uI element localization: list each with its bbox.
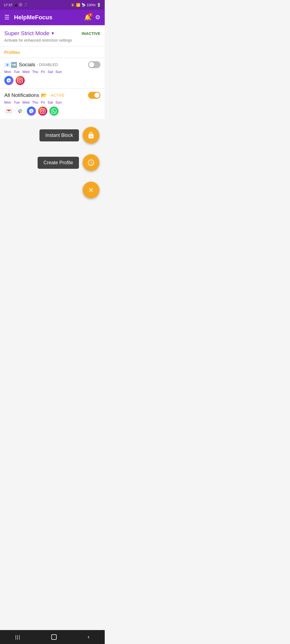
create-profile-button[interactable] bbox=[83, 154, 99, 171]
profile-row-socials: 📧➡️ Socials - DISABLED bbox=[4, 61, 100, 68]
socials-name-text: Socials bbox=[19, 62, 35, 68]
socials-status: - DISABLED bbox=[37, 63, 58, 67]
instagram-app-icon-allnotif bbox=[38, 107, 47, 116]
all-notifications-toggle-knob bbox=[94, 93, 100, 98]
battery-text: 100% bbox=[87, 3, 96, 7]
close-fab-button[interactable] bbox=[83, 182, 99, 198]
day-sat-allnotif: Sat bbox=[48, 100, 53, 104]
profile-name-all-notifications: All Notifications 📂 - ACTIVE bbox=[4, 92, 64, 98]
menu-icon[interactable]: ☰ bbox=[4, 14, 10, 21]
lock-icon bbox=[87, 131, 95, 139]
super-strict-title-text: Super Strict Mode bbox=[4, 30, 49, 36]
profile-row-all-notifications: All Notifications 📂 - ACTIVE bbox=[4, 92, 100, 99]
all-notifications-toggle[interactable] bbox=[88, 92, 100, 99]
day-wed-socials: Wed bbox=[22, 70, 30, 74]
all-notifications-emoji-icon: 📂 bbox=[41, 92, 47, 98]
instant-block-button[interactable] bbox=[83, 127, 99, 144]
settings-icon[interactable]: ⚙ bbox=[95, 14, 100, 21]
day-tue-socials: Tue bbox=[14, 70, 20, 74]
clock-icon bbox=[87, 159, 95, 166]
profiles-label: Profiles bbox=[0, 50, 105, 58]
slack-app-icon bbox=[16, 107, 25, 116]
day-wed-allnotif: Wed bbox=[22, 100, 30, 104]
super-strict-header: Super Strict Mode ▾ INACTIVE bbox=[4, 30, 100, 36]
day-mon-allnotif: Mon bbox=[4, 100, 11, 104]
create-profile-row: Create Profile bbox=[0, 149, 105, 176]
day-thu-socials: Thu bbox=[32, 70, 38, 74]
socials-days: Mon Tue Wed Thu Fri Sat Sun bbox=[4, 70, 100, 74]
fab-area: Instant Block Create Profile bbox=[0, 119, 105, 204]
day-sun-socials: Sun bbox=[56, 70, 62, 74]
socials-emoji-icon: 📧➡️ bbox=[4, 62, 17, 68]
instant-block-label: Instant Block bbox=[39, 129, 79, 141]
status-time: 17:37 bbox=[4, 3, 13, 7]
super-strict-description: Activate for enhanced restriction settin… bbox=[4, 38, 100, 42]
profiles-section: Profiles 📧➡️ Socials - DISABLED Mon Tue … bbox=[0, 46, 105, 119]
battery-icon: 🔋 bbox=[97, 3, 101, 7]
status-right: 🔇 📶 📡 100% 🔋 bbox=[71, 3, 101, 7]
all-notifications-apps bbox=[4, 107, 100, 116]
profile-name-socials: 📧➡️ Socials - DISABLED bbox=[4, 62, 58, 68]
profile-item-all-notifications: All Notifications 📂 - ACTIVE Mon Tue Wed… bbox=[0, 88, 105, 119]
messenger-app-icon bbox=[4, 76, 13, 85]
socials-apps bbox=[4, 76, 100, 85]
all-notifications-status: - ACTIVE bbox=[49, 93, 64, 97]
day-thu-allnotif: Thu bbox=[32, 100, 38, 104]
notification-badge: 0 bbox=[88, 13, 93, 17]
all-notifications-name-text: All Notifications bbox=[4, 92, 39, 98]
day-sun-allnotif: Sun bbox=[56, 100, 62, 104]
wifi-icon: 📶 bbox=[76, 3, 80, 7]
socials-toggle-knob bbox=[89, 62, 94, 67]
super-strict-status: INACTIVE bbox=[82, 31, 100, 36]
whatsapp-app-icon bbox=[49, 107, 59, 116]
day-sat-socials: Sat bbox=[48, 70, 53, 74]
chevron-down-icon: ▾ bbox=[52, 30, 54, 36]
super-strict-mode-section: Super Strict Mode ▾ INACTIVE Activate fo… bbox=[0, 25, 105, 46]
close-fab-row bbox=[0, 176, 105, 204]
day-mon-socials: Mon bbox=[4, 70, 11, 74]
profile-item-socials: 📧➡️ Socials - DISABLED Mon Tue Wed Thu F… bbox=[0, 58, 105, 88]
mute-icon: 🔇 bbox=[71, 3, 75, 7]
app-bar: ☰ HelpMeFocus 🔔 0 ⚙ bbox=[0, 10, 105, 25]
app-bar-actions: 🔔 0 ⚙ bbox=[84, 14, 100, 21]
signal-icon: 📡 bbox=[81, 3, 86, 7]
status-bar: 17:37 📱 ⓢ 🎵 🔇 📶 📡 100% 🔋 bbox=[0, 0, 105, 10]
status-left: 17:37 📱 ⓢ 🎵 bbox=[4, 2, 28, 7]
day-fri-socials: Fri bbox=[41, 70, 45, 74]
super-strict-title-row[interactable]: Super Strict Mode ▾ bbox=[4, 30, 54, 36]
notification-button[interactable]: 🔔 0 bbox=[84, 14, 91, 21]
socials-toggle[interactable] bbox=[88, 61, 100, 68]
create-profile-label: Create Profile bbox=[38, 157, 79, 169]
all-notifications-days: Mon Tue Wed Thu Fri Sat Sun bbox=[4, 100, 100, 104]
close-icon bbox=[88, 186, 95, 193]
app-title: HelpMeFocus bbox=[14, 14, 84, 21]
messenger-app-icon-allnotif bbox=[27, 107, 36, 116]
day-tue-allnotif: Tue bbox=[14, 100, 20, 104]
gmail-app-icon bbox=[4, 107, 13, 116]
instant-block-row: Instant Block bbox=[0, 122, 105, 149]
day-fri-allnotif: Fri bbox=[41, 100, 45, 104]
instagram-app-icon-socials bbox=[16, 76, 25, 85]
status-icons: 📱 ⓢ 🎵 bbox=[14, 2, 28, 7]
